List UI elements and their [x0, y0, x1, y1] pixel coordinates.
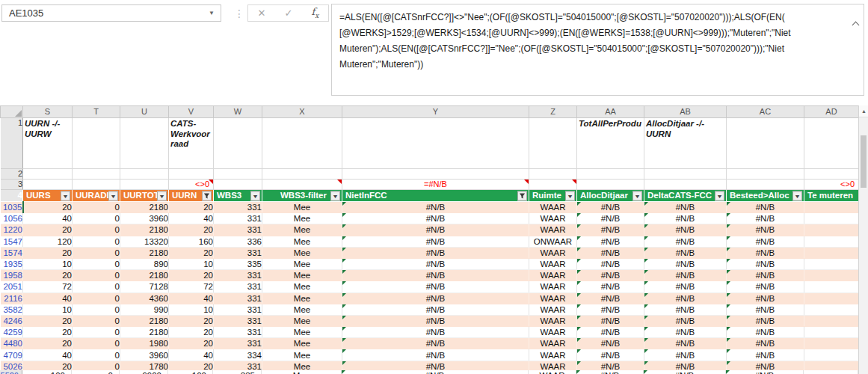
- vertical-scrollbar[interactable]: ▲: [858, 105, 868, 374]
- cell[interactable]: 20: [169, 224, 214, 236]
- column-letter-Y[interactable]: Y: [342, 106, 529, 118]
- cell[interactable]: #N/B: [727, 247, 804, 258]
- cell[interactable]: 331: [214, 213, 262, 224]
- cell[interactable]: 100: [22, 370, 72, 374]
- cell-X2[interactable]: [262, 169, 342, 180]
- cell[interactable]: #N/B: [342, 281, 529, 292]
- cell[interactable]: 0: [73, 247, 120, 258]
- cell[interactable]: #N/B: [577, 236, 644, 247]
- cell[interactable]: 20: [169, 247, 214, 258]
- cell[interactable]: Mee: [262, 338, 342, 349]
- cell[interactable]: 2180: [120, 315, 169, 326]
- cell[interactable]: 20: [23, 327, 73, 338]
- cell[interactable]: #N/B: [342, 370, 529, 374]
- cell[interactable]: [804, 247, 859, 258]
- cell[interactable]: 10: [169, 258, 214, 269]
- cell[interactable]: #N/B: [727, 304, 804, 315]
- cell[interactable]: Mee: [262, 247, 342, 258]
- cell[interactable]: 331: [214, 270, 262, 281]
- cell[interactable]: 20: [23, 247, 73, 258]
- cell[interactable]: Mee: [262, 281, 342, 292]
- cell[interactable]: [804, 270, 859, 281]
- cell[interactable]: #N/B: [727, 213, 804, 224]
- cell[interactable]: 20: [23, 202, 73, 213]
- row-number[interactable]: 4480: [1, 338, 23, 349]
- row-number[interactable]: 3: [1, 180, 23, 190]
- cell-Y3[interactable]: =#N/B: [342, 180, 529, 190]
- cell[interactable]: ONWAAR: [529, 236, 577, 247]
- cell[interactable]: #N/B: [727, 224, 804, 236]
- cell[interactable]: [804, 338, 859, 349]
- cell[interactable]: 990: [120, 304, 169, 315]
- filter-funnel-icon[interactable]: [517, 191, 527, 200]
- cell[interactable]: 20: [23, 270, 73, 281]
- cell[interactable]: #N/B: [727, 236, 804, 247]
- row-number[interactable]: 1: [1, 118, 23, 169]
- filter-dropdown-icon[interactable]: ▼: [108, 191, 118, 200]
- cell[interactable]: #N/B: [577, 304, 644, 315]
- cell[interactable]: 160: [169, 236, 214, 247]
- cell[interactable]: [804, 292, 859, 304]
- cell-U2[interactable]: [120, 169, 169, 180]
- cell[interactable]: 20: [169, 202, 214, 213]
- cell[interactable]: 1980: [120, 338, 169, 349]
- header-WBS3[interactable]: WBS3▼: [214, 190, 262, 202]
- cell[interactable]: #N/B: [644, 224, 727, 236]
- cell[interactable]: #N/B: [644, 349, 727, 361]
- cell-W3[interactable]: [214, 180, 262, 190]
- cell[interactable]: #N/B: [577, 281, 644, 292]
- cell[interactable]: 40: [23, 349, 73, 361]
- row-number[interactable]: 1935: [1, 258, 23, 269]
- cell[interactable]: 331: [214, 224, 262, 236]
- cell[interactable]: 20: [169, 327, 214, 338]
- cell[interactable]: WAAR: [529, 315, 577, 326]
- cell[interactable]: 0: [73, 213, 120, 224]
- cell[interactable]: WAAR: [529, 327, 577, 338]
- cell[interactable]: 0: [73, 236, 120, 247]
- header-Besteed>Alloc[interactable]: Besteed>Alloc▼: [727, 190, 804, 202]
- cell[interactable]: #N/B: [644, 304, 727, 315]
- cell-X1[interactable]: [262, 118, 342, 169]
- cell[interactable]: 0: [73, 349, 120, 361]
- cell[interactable]: [804, 281, 859, 292]
- cell[interactable]: 0: [73, 281, 120, 292]
- cell[interactable]: #N/B: [342, 202, 529, 213]
- cell[interactable]: #N/B: [644, 338, 727, 349]
- cell-AB1[interactable]: AllocDitjaar -/- UURN: [644, 118, 727, 169]
- column-letter-AD[interactable]: AD: [804, 106, 859, 118]
- cell[interactable]: #N/B: [727, 258, 804, 269]
- cell[interactable]: #N/B: [644, 370, 726, 374]
- header-WBS3-filter[interactable]: WBS3-filter▼: [262, 190, 342, 202]
- cell[interactable]: Mee: [262, 327, 342, 338]
- header-UURN[interactable]: UURN: [169, 190, 214, 202]
- cell[interactable]: Mee: [262, 304, 342, 315]
- cell[interactable]: 0: [73, 292, 120, 304]
- cell[interactable]: WAAR: [529, 292, 577, 304]
- cell[interactable]: #N/B: [727, 315, 804, 326]
- cell[interactable]: #N/B: [644, 202, 727, 213]
- cell[interactable]: 331: [214, 304, 262, 315]
- cell[interactable]: WAAR: [529, 349, 577, 361]
- name-box[interactable]: AE1035 ▼: [1, 4, 221, 22]
- cell[interactable]: 0: [73, 270, 120, 281]
- row-number[interactable]: 5526: [0, 370, 22, 374]
- cell[interactable]: #N/B: [576, 370, 644, 374]
- cell[interactable]: #N/B: [727, 270, 804, 281]
- cell[interactable]: 334: [214, 349, 262, 361]
- cell[interactable]: 20: [169, 315, 214, 326]
- cell[interactable]: #N/B: [727, 292, 804, 304]
- cell-V1[interactable]: CATS-Werkvoorraad: [169, 118, 214, 169]
- cell[interactable]: #N/B: [342, 349, 529, 361]
- cell[interactable]: #N/B: [644, 270, 727, 281]
- cell-V3[interactable]: <>0: [169, 180, 214, 190]
- cell[interactable]: 2180: [120, 224, 169, 236]
- header-Te muteren[interactable]: Te muteren: [804, 190, 859, 202]
- cell[interactable]: 890: [120, 258, 169, 269]
- cell[interactable]: #N/B: [577, 247, 644, 258]
- cell[interactable]: #N/B: [644, 315, 727, 326]
- row-number[interactable]: 2051: [1, 281, 23, 292]
- cell[interactable]: [804, 315, 859, 326]
- cell-T1[interactable]: [73, 118, 120, 169]
- cell[interactable]: 331: [214, 247, 262, 258]
- cell[interactable]: 72: [23, 281, 73, 292]
